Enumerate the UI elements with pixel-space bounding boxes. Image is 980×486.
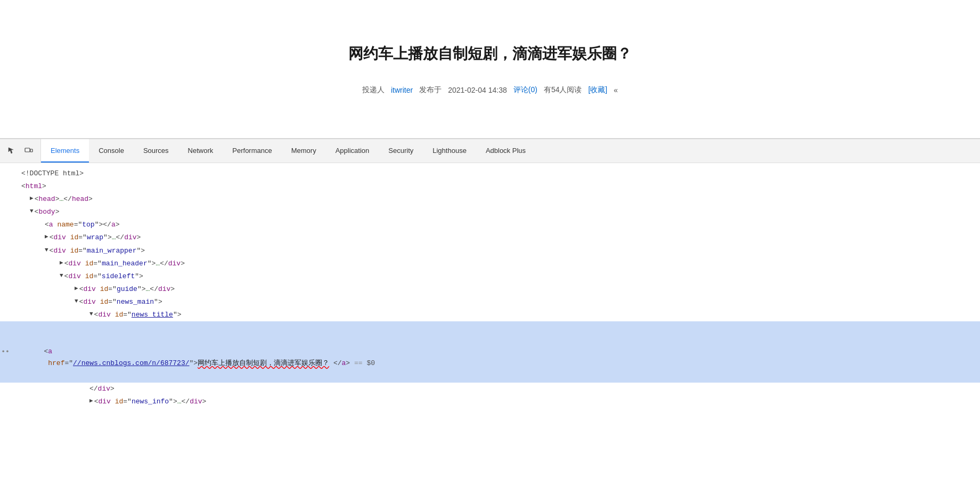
publish-date: 2021-02-04 14:38: [448, 86, 507, 94]
html-line-doctype: <!DOCTYPE html>: [0, 167, 980, 180]
tab-security[interactable]: Security: [379, 139, 423, 163]
toolbar-icons-group: [0, 139, 41, 163]
arrow-guide[interactable]: ▶: [75, 284, 78, 294]
author-link[interactable]: itwriter: [391, 86, 413, 94]
html-line-html: <html>: [0, 180, 980, 193]
article-title: 网约车上播放自制短剧，滴滴进军娱乐圈？: [348, 44, 632, 64]
html-line-div-main-header: ▶ <div id="main_header">…</div>: [0, 257, 980, 270]
comment-link[interactable]: 评论(0): [513, 85, 537, 95]
tab-elements[interactable]: Elements: [41, 139, 89, 163]
svg-rect-0: [25, 148, 30, 152]
devtools-panel: Elements Console Sources Network Perform…: [0, 139, 980, 486]
arrow-wrap[interactable]: ▶: [45, 232, 48, 242]
published-label: 发布于: [419, 85, 442, 95]
html-line-a-href-highlighted: •• <a href="//news.cnblogs.com/n/687723/…: [0, 321, 980, 382]
tab-application[interactable]: Application: [326, 139, 379, 163]
device-toggle-icon[interactable]: [21, 143, 36, 158]
tab-adblock[interactable]: Adblock Plus: [476, 139, 535, 163]
arrow-head[interactable]: ▶: [30, 193, 34, 204]
html-line-div-news-info: ▶ <div id="news_info">…</div>: [0, 395, 980, 408]
html-line-body: ▼ <body>: [0, 206, 980, 218]
devtools-elements-content: <!DOCTYPE html> <html> ▶ <head>…</head> …: [0, 163, 980, 486]
html-line-div-close: </div>: [0, 383, 980, 395]
html-line-div-news-main: ▼ <div id="news_main">: [0, 296, 980, 309]
bookmark-link[interactable]: [收藏]: [588, 85, 607, 95]
html-line-div-news-title: ▼ <div id="news_title">: [0, 309, 980, 321]
html-line-div-wrap: ▶ <div id="wrap">…</div>: [0, 231, 980, 244]
html-line-div-sideleft: ▼ <div id="sideleft">: [0, 270, 980, 283]
readers-count: 有54人阅读: [544, 85, 582, 95]
tab-console[interactable]: Console: [89, 139, 134, 163]
arrow-main-header[interactable]: ▶: [60, 258, 63, 268]
arrow-news-main[interactable]: ▼: [75, 296, 78, 306]
arrow-news-title[interactable]: ▼: [89, 309, 93, 319]
tab-sources[interactable]: Sources: [134, 139, 178, 163]
html-line-div-main-wrapper: ▼ <div id="main_wrapper">: [0, 245, 980, 257]
line-annotation-dot: ••: [0, 346, 11, 358]
arrow-body[interactable]: ▼: [30, 206, 34, 216]
tab-performance[interactable]: Performance: [223, 139, 281, 163]
meta-chevron: «: [614, 86, 618, 94]
arrow-main-wrapper[interactable]: ▼: [45, 245, 48, 255]
svg-rect-1: [30, 149, 32, 152]
arrow-sideleft[interactable]: ▼: [60, 271, 63, 281]
html-line-div-guide: ▶ <div id="guide">…</div>: [0, 283, 980, 296]
arrow-news-info[interactable]: ▶: [89, 396, 93, 406]
tab-lighthouse[interactable]: Lighthouse: [423, 139, 476, 163]
inspect-element-icon[interactable]: [4, 143, 19, 158]
page-content-area: 网约车上播放自制短剧，滴滴进军娱乐圈？ 投递人 itwriter 发布于 202…: [0, 0, 980, 139]
html-line-head: ▶ <head>…</head>: [0, 193, 980, 206]
article-meta: 投递人 itwriter 发布于 2021-02-04 14:38 评论(0) …: [362, 85, 618, 95]
tab-network[interactable]: Network: [178, 139, 223, 163]
html-line-a-top: <a name="top"></a>: [0, 218, 980, 231]
devtools-tabs: Elements Console Sources Network Perform…: [41, 139, 980, 163]
tab-memory[interactable]: Memory: [282, 139, 326, 163]
devtools-toolbar: Elements Console Sources Network Perform…: [0, 139, 980, 163]
submitter-label: 投递人: [362, 85, 385, 95]
